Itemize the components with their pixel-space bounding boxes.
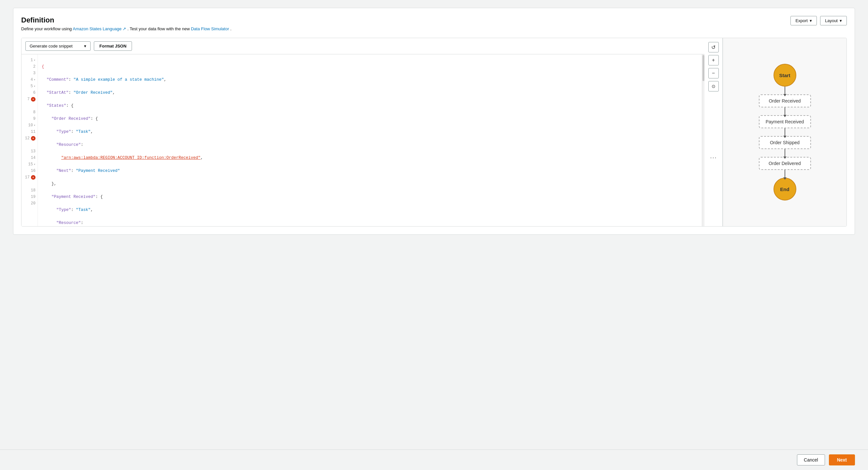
header-buttons: Export ▾ Layout ▾ bbox=[790, 16, 847, 25]
code-line-10: "Payment Received": { bbox=[42, 194, 698, 200]
end-node: End bbox=[774, 178, 796, 201]
diagram-area: Start Order Received Payment Received bbox=[723, 38, 846, 226]
chevron-down-icon: ▾ bbox=[84, 44, 86, 48]
error-indicator: ✕ bbox=[31, 175, 35, 180]
refresh-icon: ↺ bbox=[711, 44, 715, 51]
main-content: Definition Define your workflow using Am… bbox=[0, 0, 868, 449]
order-delivered-node: Order Delivered bbox=[759, 157, 811, 170]
header-text: Definition Define your workflow using Am… bbox=[21, 16, 231, 31]
arrow-3 bbox=[784, 128, 785, 136]
arrow-1 bbox=[784, 87, 785, 94]
workflow-diagram: Start Order Received Payment Received bbox=[759, 64, 811, 201]
code-line-11: "Type": "Task", bbox=[42, 207, 698, 213]
code-line-2: "Comment": "A simple example of a state … bbox=[42, 76, 698, 83]
scrollbar-thumb[interactable] bbox=[703, 55, 705, 81]
code-line-7: "Resource": bbox=[42, 142, 698, 148]
zoom-out-button[interactable]: − bbox=[708, 68, 719, 78]
chevron-down-icon: ▾ bbox=[810, 18, 812, 23]
editor-controls: ↺ + − ⊙ ⋮ bbox=[705, 38, 723, 226]
page-title: Definition bbox=[21, 16, 231, 25]
code-line-5: "Order Received": { bbox=[42, 115, 698, 122]
format-json-button[interactable]: Format JSON bbox=[94, 41, 132, 51]
payment-received-node: Payment Received bbox=[759, 115, 811, 128]
code-editor: Generate code snippet ▾ Format JSON 1▾ 2… bbox=[22, 38, 705, 226]
start-node: Start bbox=[774, 64, 796, 87]
code-line-3: "StartAt": "Order Received", bbox=[42, 90, 698, 96]
definition-header: Definition Define your workflow using Am… bbox=[21, 16, 847, 31]
scrollbar-track[interactable] bbox=[702, 54, 705, 226]
asl-link[interactable]: Amazon States Language ↗ bbox=[73, 26, 127, 31]
error-indicator: ✕ bbox=[31, 136, 35, 141]
code-content[interactable]: { "Comment": "A simple example of a stat… bbox=[38, 54, 702, 226]
target-icon: ⊙ bbox=[712, 83, 715, 89]
order-shipped-node: Order Shipped bbox=[759, 136, 811, 149]
export-button[interactable]: Export ▾ bbox=[790, 16, 817, 25]
zoom-out-icon: − bbox=[712, 70, 715, 76]
page-container: Definition Define your workflow using Am… bbox=[0, 0, 868, 470]
layout-button[interactable]: Layout ▾ bbox=[820, 16, 847, 25]
order-received-node: Order Received bbox=[759, 94, 811, 107]
zoom-in-button[interactable]: + bbox=[708, 55, 719, 65]
snippet-select[interactable]: Generate code snippet ▾ bbox=[25, 41, 91, 51]
code-area[interactable]: 1▾ 2 3 4▾ 5▾ 6 7 ✕ bbox=[22, 54, 705, 226]
code-line-12: "Resource": bbox=[42, 220, 698, 226]
editor-area: Generate code snippet ▾ Format JSON 1▾ 2… bbox=[21, 38, 847, 227]
arrow-4 bbox=[784, 149, 785, 157]
arrow-5 bbox=[784, 170, 785, 178]
cancel-button[interactable]: Cancel bbox=[797, 455, 825, 465]
simulator-link[interactable]: Data Flow Simulator bbox=[191, 26, 230, 31]
code-line-8: "Next": "Payment Received" bbox=[42, 168, 698, 174]
arrow-2 bbox=[784, 107, 785, 115]
code-line-9: }, bbox=[42, 181, 698, 187]
subtitle-middle: . Test your data flow with the new bbox=[127, 26, 191, 31]
code-line-7b: "arn:aws:lambda:REGION:ACCOUNT_ID:functi… bbox=[42, 155, 698, 161]
refresh-button[interactable]: ↺ bbox=[708, 42, 719, 53]
chevron-down-icon: ▾ bbox=[840, 18, 842, 23]
zoom-in-icon: + bbox=[712, 57, 715, 63]
more-icon: ⋮ bbox=[710, 155, 717, 162]
code-line-1: { bbox=[42, 64, 698, 70]
error-indicator: ✕ bbox=[31, 97, 35, 102]
definition-panel: Definition Define your workflow using Am… bbox=[13, 8, 855, 235]
editor-toolbar: Generate code snippet ▾ Format JSON bbox=[22, 38, 705, 54]
next-button[interactable]: Next bbox=[829, 455, 855, 465]
subtitle-prefix: Define your workflow using bbox=[21, 26, 73, 31]
footer-bar: Cancel Next bbox=[0, 449, 868, 470]
page-subtitle: Define your workflow using Amazon States… bbox=[21, 26, 231, 31]
target-button[interactable]: ⊙ bbox=[708, 81, 719, 92]
code-line-6: "Type": "Task", bbox=[42, 129, 698, 135]
line-numbers: 1▾ 2 3 4▾ 5▾ 6 7 ✕ bbox=[22, 54, 38, 226]
more-options[interactable]: ⋮ bbox=[710, 94, 717, 222]
code-line-4: "States": { bbox=[42, 103, 698, 109]
